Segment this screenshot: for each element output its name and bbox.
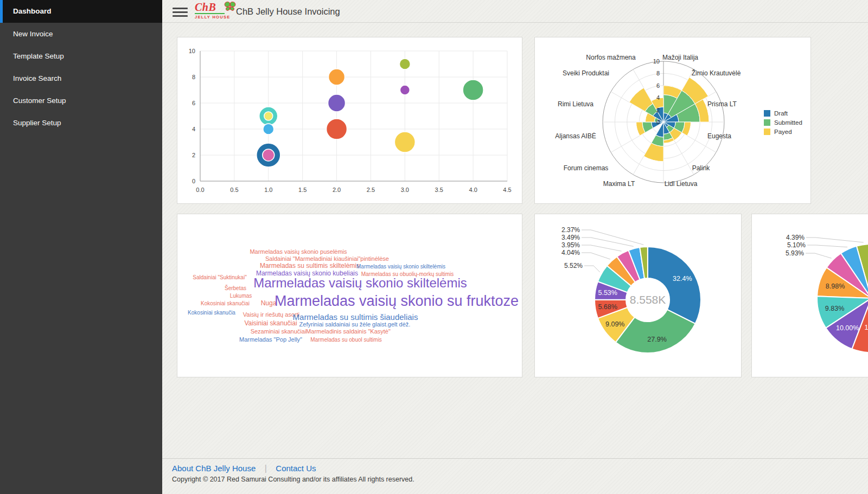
footer-separator: | [265,464,267,473]
chart-label: 2.37% [561,226,580,234]
chart-label: 4.39% [786,234,805,241]
wordcloud-word: Marmeladas vaisių skonio su fruktoze [275,294,519,309]
chart-label: 3.5 [435,187,443,193]
main-area: ChB JELLY HOUSE ChB Jelly House Invoicin… [162,0,868,494]
logo-text: ChB [195,2,225,14]
chart-label: 2 [656,107,660,113]
chart-label: 6 [656,82,660,89]
chart-label: 1.5 [298,187,307,193]
chart-label: 6 [192,100,195,106]
wordcloud-word: Zefyriniai saldainiai su žėle glaist.gel… [299,322,411,328]
bubble-point [263,124,274,134]
chart-label: 32.4% [673,275,692,283]
chart-label: 0.0 [196,187,204,193]
sidebar-item-invoice-search[interactable]: Invoice Search [0,67,162,89]
wordcloud-word: Marmeladas su obuol sultimis [310,337,382,343]
about-link[interactable]: About ChB Jelly House [172,464,256,473]
wordcloud-word: Marmeladinis saldainis "Kasytė" [306,329,391,335]
chart-label: Eugesta [707,132,731,140]
chart-label: 2.5 [367,187,375,193]
chart-label: 4.5 [503,187,511,193]
chart-label: Mažoji Italija [662,54,698,61]
chart-label: 10 [189,48,195,54]
chart-label: 0 [192,178,195,184]
wordcloud-word: Saldainiai "Suktinukai" [193,275,246,280]
header: ChB JELLY HOUSE ChB Jelly House Invoicin… [162,0,868,23]
bubble-point [263,149,275,161]
sidebar-nav: DashboardNew InvoiceTemplate SetupInvoic… [0,0,162,134]
chart-label: Maxima LT [603,180,635,188]
wordcloud-word: Marmeladas "Pop Jelly" [239,337,302,343]
chart-label: 2 [192,152,195,158]
bubble-point [327,119,347,139]
chart-label: 1.0 [264,187,272,193]
wordcloud-word: Marmeladas su sultimis šiaudeliais [293,313,418,321]
wordcloud-word: Marmeladas vaisių skonio puselėmis [250,249,347,255]
wordcloud-word: Kokosiniai skanučiai [201,301,250,306]
wordcloud-word: Lukumas [230,293,252,299]
footer-links: About ChB Jelly House | Contact Us [172,464,868,473]
polar-chart: Mažoji ItalijaŽirnio KrautuvėlėPrisma LT… [535,37,810,203]
polar-chart-panel: DraftSubmittedPayed Mažoji ItalijaŽirnio… [534,37,811,204]
sidebar-item-customer-setup[interactable]: Customer Setup [0,89,162,112]
wordcloud-word: Saldainiai "Marmeladiniai kiaušiniai"pin… [265,256,389,262]
wordcloud-word: Vaisių ir riešutų asorti [243,312,299,318]
pie-chart-panel: 4.39%5.10%5.93%8.98%9.83%10.00%1 [751,214,868,377]
chart-label: 9.09% [605,320,624,328]
chart-label: 10.00% [836,324,859,332]
bubble-point [264,112,273,120]
chart-label: 8.98% [826,283,845,290]
chart-label: 5.52% [564,262,583,270]
donut-chart: 32.4%27.9%9.09%5.68%5.53%5.52%4.04%3.95%… [535,214,741,377]
chart-label: 5.10% [787,241,806,249]
wordcloud-word: Sezaminiai skanučiai [251,329,307,335]
chart-label: Sveiki Produktai [563,69,609,77]
chart-label: 0 [656,119,660,125]
sidebar: DashboardNew InvoiceTemplate SetupInvoic… [0,0,162,494]
sidebar-item-template-setup[interactable]: Template Setup [0,45,162,67]
chart-label: 10 [653,58,660,65]
wordcloud-word: Šerbetas [225,286,246,291]
chart-label: 8 [192,74,195,80]
chart-label: 8 [656,70,660,76]
chart-label: 0.5 [230,187,238,193]
chart-label: 4 [656,94,660,101]
pie-slice [648,247,701,324]
bubble-point [328,94,346,112]
bubble-point [400,85,410,95]
bubble-point [463,80,483,100]
chart-label: 2.0 [333,187,341,193]
chart-label: 9.83% [825,305,844,312]
chart-label: Palink [692,164,711,172]
footer: About ChB Jelly House | Contact Us Copyr… [162,458,868,494]
sidebar-item-new-invoice[interactable]: New Invoice [0,23,162,45]
chart-label: Žirnio Krautuvėlė [692,69,741,77]
wordcloud-word: Vaisiniai skanučiai [244,320,297,326]
chart-label: 4.0 [469,187,477,193]
butterfly-icon [224,1,236,12]
chart-label: Norfos mažmena [586,54,636,61]
bubble-point [329,69,345,85]
sidebar-item-dashboard[interactable]: Dashboard [0,0,162,23]
bubble-chart: 0.00.51.01.52.02.53.03.54.04.50246810 [177,37,522,203]
sidebar-item-supplier-setup[interactable]: Supplier Setup [0,112,162,134]
pie-chart: 4.39%5.10%5.93%8.98%9.83%10.00%1 [752,214,868,377]
chart-label: Prisma LT [707,100,737,108]
hamburger-menu-icon[interactable] [173,8,188,19]
donut-chart-panel: 32.4%27.9%9.09%5.68%5.53%5.52%4.04%3.95%… [534,214,742,377]
chart-label: Lidl Lietuva [665,180,698,188]
chart-label: 5.53% [598,289,617,297]
wordcloud-word: Marmeladas vaisių skonio skiltelėmis [253,277,467,290]
wordcloud-panel: Marmeladas vaisių skonio puselėmisSaldai… [177,214,522,377]
chart-label: Forum cinemas [564,164,609,172]
chart-label: 5.93% [786,249,804,257]
bubble-point [394,132,415,152]
chart-label: 27.9% [647,336,666,343]
bubble-chart-panel: 0.00.51.01.52.02.53.03.54.04.50246810 [177,37,522,204]
chart-label: 3.95% [561,241,580,249]
contact-link[interactable]: Contact Us [276,464,316,473]
wordcloud-word: Marmeladas vaisių skonio skiltelėmis [356,264,445,270]
page-title: ChB Jelly House Invoicing [236,0,340,23]
logo-subtext: JELLY HOUSE [195,15,237,20]
chart-label: 3.0 [401,187,409,193]
